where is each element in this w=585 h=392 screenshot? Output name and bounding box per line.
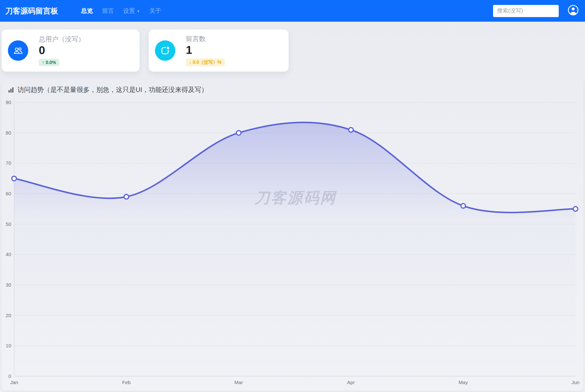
svg-text:90: 90 xyxy=(6,99,11,105)
user-avatar-button[interactable] xyxy=(567,5,579,17)
search-input[interactable] xyxy=(493,5,559,17)
svg-text:50: 50 xyxy=(6,221,11,227)
nav-item-settings-dropdown[interactable]: 设置▼ xyxy=(119,7,145,15)
stats-row: 总用户（没写） 0 ↑ 0.0% 留言数 1 ↓ 0.0（没写）% xyxy=(0,22,585,72)
chevron-down-icon: ▼ xyxy=(137,9,140,13)
chart-title-row: 访问趋势（是不是量很多，别急，这只是UI，功能还没来得及写） xyxy=(2,79,583,94)
navbar: 刀客源码留言板 总览 留言 设置▼ 关于 xyxy=(0,0,585,22)
svg-text:May: May xyxy=(459,380,468,385)
stat-trend-badge: ↓ 0.0（没写）% xyxy=(186,58,225,66)
visit-trend-panel: 访问趋势（是不是量很多，别急，这只是UI，功能还没来得及写） 010203040… xyxy=(2,79,583,391)
stat-title: 总用户（没写） xyxy=(39,35,85,43)
stat-card-message-count: 留言数 1 ↓ 0.0（没写）% xyxy=(149,30,289,72)
nav-item-label: 留言 xyxy=(102,8,114,14)
brand-title: 刀客源码留言板 xyxy=(5,6,58,16)
svg-text:60: 60 xyxy=(6,191,11,196)
svg-text:80: 80 xyxy=(6,130,11,136)
bar-chart-icon xyxy=(8,87,14,93)
nav-item-messages[interactable]: 留言 xyxy=(98,7,119,15)
nav-item-overview[interactable]: 总览 xyxy=(76,7,98,15)
nav-item-about[interactable]: 关于 xyxy=(145,7,166,15)
message-square-icon xyxy=(155,40,175,61)
svg-text:Apr: Apr xyxy=(347,380,355,385)
nav-links: 总览 留言 设置▼ 关于 xyxy=(76,7,166,15)
nav-item-label: 总览 xyxy=(81,8,93,14)
users-icon xyxy=(8,40,28,61)
stat-value: 1 xyxy=(186,43,192,57)
stat-title: 留言数 xyxy=(186,35,206,43)
svg-text:Feb: Feb xyxy=(122,380,131,385)
svg-text:Jun: Jun xyxy=(572,380,579,385)
svg-text:0: 0 xyxy=(9,373,11,379)
trend-line-chart: 0102030405060708090JanFebMarAprMayJun刀客源… xyxy=(2,95,583,391)
svg-text:70: 70 xyxy=(6,160,11,166)
svg-text:10: 10 xyxy=(6,343,11,348)
svg-text:20: 20 xyxy=(6,313,11,318)
nav-item-label: 设置 xyxy=(123,8,135,14)
svg-text:Jan: Jan xyxy=(10,380,18,385)
stat-value: 0 xyxy=(39,43,45,57)
svg-text:30: 30 xyxy=(6,282,11,288)
nav-item-label: 关于 xyxy=(149,8,161,14)
svg-text:40: 40 xyxy=(6,251,11,257)
navbar-right xyxy=(493,5,579,17)
stat-card-total-users: 总用户（没写） 0 ↑ 0.0% xyxy=(2,30,140,72)
stat-body: 留言数 1 ↓ 0.0（没写）% xyxy=(186,35,225,66)
stat-trend-badge: ↑ 0.0% xyxy=(39,59,59,66)
svg-text:Mar: Mar xyxy=(234,380,243,385)
stat-body: 总用户（没写） 0 ↑ 0.0% xyxy=(39,35,85,66)
person-circle-icon xyxy=(568,5,579,17)
chart-title: 访问趋势（是不是量很多，别急，这只是UI，功能还没来得及写） xyxy=(17,85,208,94)
